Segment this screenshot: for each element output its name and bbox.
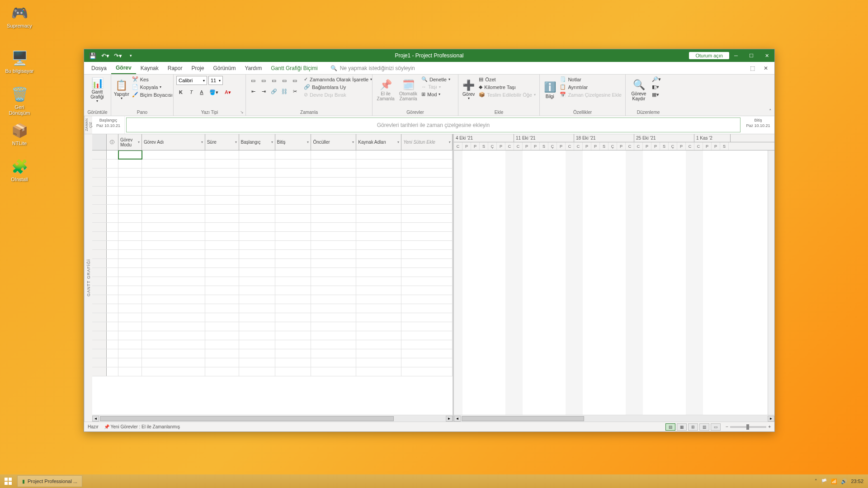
desktop-icon-ntlite[interactable]: 📦NTLite	[4, 121, 35, 146]
summary-button[interactable]: ▤Özet	[478, 76, 537, 83]
table-row[interactable]	[92, 223, 453, 232]
zoom-control[interactable]: − +	[726, 424, 771, 429]
header-finish[interactable]: Bitiş▾	[275, 134, 311, 150]
maximize-button[interactable]: ☐	[744, 49, 759, 62]
table-row[interactable]	[92, 250, 453, 259]
table-row[interactable]	[92, 178, 453, 187]
desktop-icon-bu-bilgisayar[interactable]: 🖥️Bu bilgisayar	[4, 49, 35, 74]
gantt-scroll-right-icon[interactable]: ►	[768, 416, 774, 422]
respect-links-button[interactable]: 🔗Bağlantılara Uy	[303, 84, 373, 90]
table-row[interactable]	[92, 349, 453, 358]
table-row[interactable]	[92, 214, 453, 223]
table-row[interactable]	[92, 150, 453, 160]
table-row[interactable]	[92, 367, 453, 376]
grid-rows[interactable]	[92, 150, 453, 415]
tray-clock[interactable]: 23:52	[851, 479, 863, 484]
pct25-button[interactable]: ▭	[259, 76, 268, 85]
minimize-button[interactable]: ─	[728, 49, 744, 62]
scroll-left-icon[interactable]: ◄	[92, 416, 99, 422]
pct100-button[interactable]: ▭	[290, 76, 299, 85]
font-size-combo[interactable]: 11▾	[208, 76, 223, 85]
tab-help[interactable]: Yardım	[240, 63, 266, 74]
underline-button[interactable]: A	[197, 88, 206, 97]
copy-button[interactable]: 📄Kopyala▾	[131, 84, 174, 90]
status-newtasks[interactable]: 📌 Yeni Görevler : El ile Zamanlanmış	[104, 424, 180, 429]
undo-icon[interactable]: ↶▾	[100, 51, 110, 61]
table-row[interactable]	[92, 205, 453, 214]
table-row[interactable]	[92, 196, 453, 205]
close-button[interactable]: ✕	[759, 49, 774, 62]
auto-schedule-button[interactable]: 🗓️ Otomatik Zamanla	[398, 76, 419, 105]
header-mode[interactable]: Görev Modu▾	[118, 134, 142, 150]
table-row[interactable]	[92, 259, 453, 268]
tab-view[interactable]: Görünüm	[208, 63, 240, 74]
sign-in-button[interactable]: Oturum açın	[689, 52, 729, 59]
tab-task[interactable]: Görev	[111, 62, 136, 74]
italic-button[interactable]: T	[187, 88, 196, 97]
table-row[interactable]	[92, 277, 453, 286]
ribbon-close-icon[interactable]: ✕	[761, 63, 771, 73]
tray-up-icon[interactable]: ˄	[815, 479, 817, 484]
header-add-column[interactable]: Yeni Sütun Ekle▾	[401, 134, 453, 150]
gantt-hscroll[interactable]: ◄ ►	[454, 415, 774, 422]
redo-icon[interactable]: ↷▾	[113, 51, 123, 61]
tray-flag-icon[interactable]: 🏳️	[821, 479, 827, 484]
table-row[interactable]	[92, 187, 453, 196]
indent-button[interactable]: ⇥	[259, 87, 268, 96]
table-row[interactable]	[92, 358, 453, 367]
zoom-in-icon[interactable]: +	[768, 424, 771, 429]
start-button[interactable]	[0, 474, 16, 488]
milestone-button[interactable]: ◆Kilometre Taşı	[478, 84, 537, 90]
cut-button[interactable]: ✂️Kes	[131, 76, 174, 83]
scroll-right-icon[interactable]: ►	[446, 416, 453, 422]
mode-button[interactable]: ⊞Mod▾	[420, 91, 451, 98]
table-row[interactable]	[92, 322, 453, 331]
pct75-button[interactable]: ▭	[280, 76, 289, 85]
task-insert-button[interactable]: ➕ Görev ▾	[461, 76, 476, 105]
collapse-ribbon-icon[interactable]: ˄	[769, 108, 772, 114]
tab-resource[interactable]: Kaynak	[136, 63, 163, 74]
details-button[interactable]: 📋Ayrıntılar	[559, 84, 623, 90]
save-icon[interactable]: 💾	[88, 51, 98, 61]
desktop-icon-oinstall[interactable]: 🧩OInstall	[4, 157, 35, 183]
taskbar-project[interactable]: ▮ Project Professional ...	[17, 475, 82, 487]
tray-volume-icon[interactable]: 🔊	[841, 479, 847, 484]
gantt-scroll-left-icon[interactable]: ◄	[454, 416, 461, 422]
tray-network-icon[interactable]: 📶	[831, 479, 837, 484]
grid-hscroll[interactable]: ◄ ►	[92, 415, 453, 422]
desktop-icon-geri-dönüşüm[interactable]: 🗑️Geri Dönüşüm	[4, 85, 35, 116]
tab-format[interactable]: Gantt Grafiği Biçimi	[266, 63, 322, 74]
header-name[interactable]: Görev Adı▾	[142, 134, 205, 150]
table-row[interactable]	[92, 340, 453, 349]
table-row[interactable]	[92, 232, 453, 241]
table-row[interactable]	[92, 160, 453, 169]
fill-color-button[interactable]: 🪣▾	[208, 88, 220, 97]
header-predecessors[interactable]: Öncüller▾	[311, 134, 356, 150]
header-rowselect[interactable]	[92, 134, 107, 150]
table-row[interactable]	[92, 286, 453, 295]
view-usage-button[interactable]: ▦	[677, 423, 687, 431]
tell-me-search[interactable]: 🔍 Ne yapmak istediğinizi söyleyin	[330, 65, 415, 71]
table-row[interactable]	[92, 295, 453, 304]
mark-ontrack-button[interactable]: ✓Zamanında Olarak İşaretle▾	[303, 76, 373, 83]
info-button[interactable]: ℹ️ Bilgi	[542, 76, 557, 105]
paste-button[interactable]: 📋 Yapıştır ▾	[114, 76, 129, 105]
scroll-to-task-button[interactable]: 🔍 Göreve Kaydır	[628, 76, 649, 105]
fill-button[interactable]: ▦▾	[651, 91, 662, 98]
zoom-out-icon[interactable]: −	[726, 424, 728, 429]
ribbon-display-icon[interactable]: ⬚	[747, 63, 757, 73]
tab-report[interactable]: Rapor	[163, 63, 187, 74]
manual-schedule-button[interactable]: 📌 El ile Zamanla	[375, 76, 396, 105]
format-painter-button[interactable]: 🖌️Biçim Boyacısı	[131, 91, 174, 98]
tab-project[interactable]: Proje	[187, 63, 208, 74]
table-row[interactable]	[92, 313, 453, 322]
header-start[interactable]: Başlangıç▾	[239, 134, 275, 150]
view-resource-button[interactable]: ▥	[699, 423, 709, 431]
desktop-icon-supremacy[interactable]: 🎮Supremacy	[4, 4, 35, 29]
split-button[interactable]: ✂	[290, 87, 299, 96]
outdent-button[interactable]: ⇤	[249, 87, 258, 96]
bold-button[interactable]: K	[176, 88, 185, 97]
pct50-button[interactable]: ▭	[269, 76, 278, 85]
notes-button[interactable]: 🗒️Notlar	[559, 76, 623, 83]
header-info[interactable]: ⓘ	[107, 134, 118, 150]
